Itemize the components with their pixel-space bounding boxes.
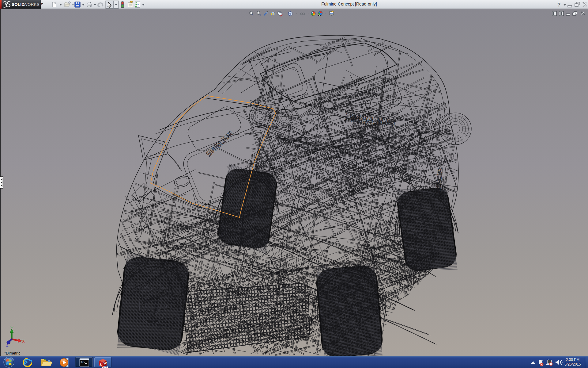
svg-text:X: X xyxy=(22,339,25,343)
svg-text:*Dimetric: *Dimetric xyxy=(4,351,21,355)
svg-text:FULMINE: FULMINE xyxy=(205,130,235,159)
svg-text:W: W xyxy=(104,361,107,365)
svg-text:2015: 2015 xyxy=(102,365,108,368)
svg-text:?: ? xyxy=(557,2,560,8)
svg-text:e: e xyxy=(24,357,28,367)
svg-text:Z: Z xyxy=(6,343,8,347)
svg-text:C:\: C:\ xyxy=(81,361,85,363)
svg-text:S: S xyxy=(100,363,102,366)
